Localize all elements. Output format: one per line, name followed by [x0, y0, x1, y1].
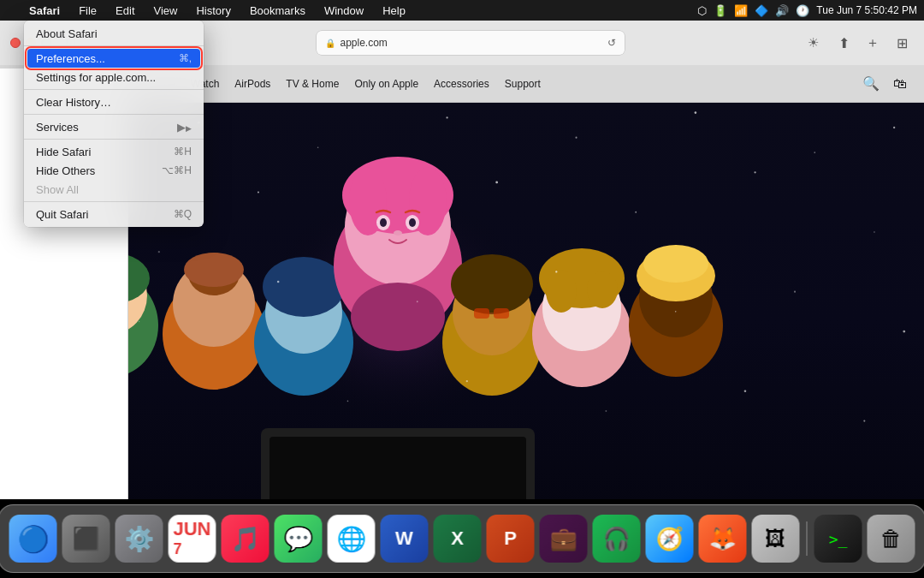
svg-point-10: [158, 251, 160, 253]
svg-point-14: [635, 212, 637, 213]
dropbox-icon[interactable]: ⬡: [697, 4, 707, 17]
new-tab-button[interactable]: ＋: [861, 31, 885, 55]
dock-app-iterm[interactable]: >_: [814, 515, 862, 563]
search-nav-icon[interactable]: 🔍: [862, 75, 880, 92]
tab-overview-button[interactable]: ⊞: [890, 31, 914, 55]
dock-app-trash[interactable]: 🗑: [868, 515, 915, 563]
svg-point-26: [466, 380, 468, 382]
dock-separator: [807, 521, 808, 556]
nav-accessories[interactable]: Accessories: [434, 78, 489, 90]
svg-point-27: [605, 410, 607, 412]
ssl-lock-icon: 🔒: [325, 39, 335, 48]
dock-app-excel[interactable]: X: [434, 515, 482, 563]
svg-point-7: [814, 152, 815, 153]
app-name[interactable]: Safari: [26, 4, 63, 17]
battery-icon[interactable]: 🔋: [714, 4, 727, 17]
brightness-button[interactable]: ☀: [801, 31, 825, 55]
address-bar[interactable]: 🔒 apple.com ↺: [317, 31, 625, 55]
svg-point-13: [495, 182, 498, 184]
svg-point-21: [555, 271, 557, 272]
show-all-item: Show All: [24, 180, 204, 199]
dock-app-word[interactable]: W: [381, 515, 429, 563]
dock-app-system-preferences[interactable]: ⚙️: [116, 515, 163, 563]
system-time: Tue Jun 7 5:50:42 PM: [816, 4, 917, 16]
nav-support[interactable]: Support: [505, 78, 541, 90]
address-bar-container: 🔒 apple.com ↺: [146, 31, 794, 55]
menu-view[interactable]: View: [151, 4, 181, 17]
menu-divider-4: [24, 139, 204, 140]
hide-others-item[interactable]: Hide Others ⌥⌘H: [24, 161, 204, 180]
menubar-right: ⬡ 🔋 📶 🔷 🔊 🕐 Tue Jun 7 5:50:42 PM: [697, 4, 917, 17]
apple-nav-icons: 🔍 🛍: [862, 75, 907, 92]
services-item[interactable]: Services ▶: [24, 117, 204, 136]
page-wrapper: Safari File Edit View History Bookmarks …: [0, 0, 924, 578]
safari-app-menu: About Safari Preferences... ⌘, Settings …: [24, 21, 204, 227]
dock-app-chrome[interactable]: 🌐: [328, 515, 376, 563]
share-button[interactable]: ⬆: [832, 31, 856, 55]
menu-divider-1: [24, 45, 204, 46]
clock-icon[interactable]: 🕐: [796, 4, 809, 17]
svg-point-28: [744, 390, 747, 392]
menu-divider-5: [24, 201, 204, 202]
services-submenu-arrow: ▶: [177, 122, 192, 133]
dock-app-launchpad[interactable]: ⬛: [62, 515, 110, 563]
preferences-shortcut: ⌘,: [179, 53, 192, 63]
about-safari-item[interactable]: About Safari: [24, 24, 204, 43]
reload-button[interactable]: ↺: [607, 37, 616, 49]
url-display: apple.com: [341, 37, 388, 49]
nav-tv-home[interactable]: TV & Home: [286, 78, 339, 90]
bluetooth-icon[interactable]: 🔷: [755, 4, 768, 17]
settings-for-site-item[interactable]: Settings for apple.com...: [24, 68, 204, 86]
svg-point-8: [893, 127, 895, 128]
menu-bookmarks[interactable]: Bookmarks: [246, 4, 309, 17]
svg-point-19: [277, 281, 280, 283]
dock-app-spotify[interactable]: 🎧: [593, 515, 641, 563]
menu-history[interactable]: History: [192, 4, 234, 17]
svg-point-5: [576, 137, 578, 139]
nav-airpods[interactable]: AirPods: [234, 78, 270, 90]
svg-point-4: [446, 116, 447, 118]
dock-app-firefox[interactable]: 🦊: [699, 515, 747, 563]
quit-safari-item[interactable]: Quit Safari ⌘Q: [24, 205, 204, 223]
menu-window[interactable]: Window: [321, 4, 367, 17]
close-button[interactable]: [10, 38, 21, 48]
toolbar-actions: ⬆ ＋ ⊞: [832, 31, 914, 55]
svg-point-15: [754, 171, 755, 173]
hide-safari-item[interactable]: Hide Safari ⌘H: [24, 142, 204, 161]
svg-point-6: [695, 111, 697, 114]
menu-divider-3: [24, 114, 204, 115]
menu-help[interactable]: Help: [379, 4, 409, 17]
menu-edit[interactable]: Edit: [112, 4, 138, 17]
menubar: Safari File Edit View History Bookmarks …: [0, 0, 924, 21]
wifi-icon[interactable]: 📶: [734, 4, 748, 17]
svg-point-23: [794, 291, 796, 293]
dock-app-calendar[interactable]: JUN7: [169, 515, 216, 563]
volume-icon[interactable]: 🔊: [775, 4, 789, 17]
svg-point-20: [417, 301, 418, 302]
quit-shortcut: ⌘Q: [174, 209, 192, 219]
svg-point-11: [258, 191, 259, 193]
dock-app-preview[interactable]: 🖼: [752, 515, 800, 563]
preferences-item[interactable]: Preferences... ⌘,: [27, 49, 200, 68]
dock-app-slack[interactable]: 💼: [540, 515, 588, 563]
svg-point-22: [675, 311, 677, 313]
menu-file[interactable]: File: [75, 4, 100, 17]
hide-safari-shortcut: ⌘H: [174, 146, 192, 157]
dock-app-messages[interactable]: 💬: [275, 515, 323, 563]
menubar-left: Safari File Edit View History Bookmarks …: [7, 4, 409, 17]
svg-point-29: [863, 420, 865, 422]
bag-nav-icon[interactable]: 🛍: [893, 76, 907, 92]
nav-only-on-apple[interactable]: Only on Apple: [354, 78, 418, 90]
dock-app-music[interactable]: 🎵: [222, 515, 270, 563]
menu-divider-2: [24, 89, 204, 90]
dock-app-powerpoint[interactable]: P: [487, 515, 535, 563]
hide-others-shortcut: ⌥⌘H: [162, 165, 192, 176]
svg-point-18: [139, 321, 139, 322]
svg-point-12: [377, 222, 378, 223]
svg-point-3: [317, 146, 319, 148]
dock-app-safari[interactable]: 🧭: [646, 515, 694, 563]
svg-point-24: [903, 331, 905, 333]
dock-app-finder[interactable]: 🔵: [9, 515, 57, 563]
clear-history-item[interactable]: Clear History…: [24, 92, 204, 111]
svg-point-16: [874, 231, 875, 233]
